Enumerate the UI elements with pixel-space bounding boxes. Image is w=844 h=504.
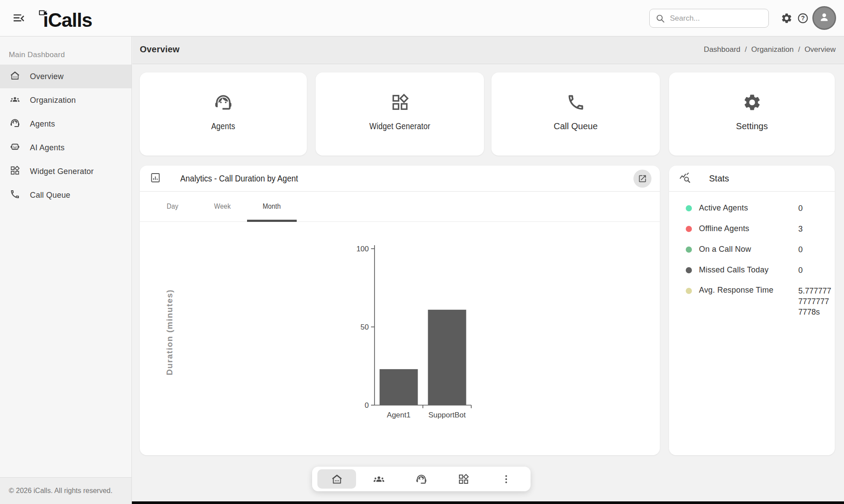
gear-icon bbox=[742, 93, 762, 114]
widgets-icon bbox=[10, 165, 20, 178]
quick-card-label: Agents bbox=[211, 121, 236, 131]
headset-icon bbox=[10, 118, 20, 130]
sidebar-item-agents[interactable]: Agents bbox=[0, 112, 131, 136]
quick-card-label: Widget Generator bbox=[369, 121, 430, 131]
status-dot bbox=[686, 247, 692, 253]
breadcrumb-separator: / bbox=[745, 45, 747, 54]
stat-value: 3 bbox=[798, 224, 832, 234]
widgets-icon bbox=[390, 93, 410, 114]
status-dot bbox=[686, 267, 692, 273]
analytics-panel: Analytics - Call Duration by Agent Day W… bbox=[140, 166, 660, 455]
groups-icon bbox=[10, 94, 20, 106]
quick-card-label: Call Queue bbox=[553, 121, 597, 131]
app-logo-text: iCalls bbox=[43, 9, 92, 31]
headset-icon bbox=[214, 93, 233, 114]
breadcrumb: Dashboard/Organization/Overview bbox=[704, 45, 836, 54]
person-icon bbox=[818, 11, 831, 25]
breadcrumb-organization[interactable]: Organization bbox=[751, 45, 793, 54]
search-box bbox=[649, 9, 769, 28]
robot-icon bbox=[10, 141, 20, 154]
quick-card-settings[interactable]: Settings bbox=[669, 73, 835, 156]
stat-label: Active Agents bbox=[699, 203, 748, 213]
stats-list: Active Agents Offline Agents On a Call N… bbox=[669, 192, 835, 323]
app-screen: iCalls Main Dashboard Overview Organizat… bbox=[0, 0, 844, 504]
stats-title: Stats bbox=[709, 174, 729, 184]
analytics-tabs: Day Week Month bbox=[140, 192, 660, 222]
duration-bar-chart: 050100Agent1SupportBotDuration (minutes) bbox=[140, 222, 660, 455]
page-title: Overview bbox=[140, 44, 180, 54]
search-input[interactable] bbox=[670, 9, 764, 27]
sidebar-item-label: Organization bbox=[30, 96, 76, 105]
help-icon[interactable] bbox=[797, 12, 809, 25]
bottom-edge-bar bbox=[132, 501, 844, 504]
dock-widgets-icon[interactable] bbox=[444, 469, 483, 489]
sidebar-item-widget-generator[interactable]: Widget Generator bbox=[0, 160, 131, 183]
stat-label: Offline Agents bbox=[699, 224, 749, 233]
menu-open-icon[interactable] bbox=[11, 11, 26, 25]
stat-value: 0 bbox=[798, 244, 832, 255]
user-avatar[interactable] bbox=[812, 6, 836, 30]
tab-month[interactable]: Month bbox=[247, 192, 297, 221]
svg-text:Duration (minutes): Duration (minutes) bbox=[165, 289, 174, 375]
sidebar-item-overview[interactable]: Overview bbox=[0, 65, 131, 88]
quick-card-widget-generator[interactable]: Widget Generator bbox=[316, 73, 484, 156]
copyright-text: © 2026 iCalls. All rights reserved. bbox=[9, 487, 113, 495]
sidebar-item-label: Widget Generator bbox=[30, 167, 94, 176]
breadcrumb-overview[interactable]: Overview bbox=[804, 45, 836, 54]
home-icon bbox=[10, 70, 20, 83]
sidebar-nav: Overview Organization Agents AI Agents W… bbox=[0, 65, 131, 207]
phone-icon bbox=[10, 189, 20, 201]
top-bar: iCalls bbox=[0, 0, 844, 36]
status-dot bbox=[686, 205, 692, 211]
query-stats-icon bbox=[679, 171, 691, 186]
stat-label: Missed Calls Today bbox=[699, 265, 768, 275]
tab-week[interactable]: Week bbox=[197, 192, 247, 221]
sidebar-item-call-queue[interactable]: Call Queue bbox=[0, 183, 131, 207]
stats-header: Stats bbox=[669, 166, 835, 192]
stats-panel: Stats Active Agents Offline Agents On a … bbox=[669, 166, 835, 455]
stat-value: 0 bbox=[798, 203, 832, 214]
quick-card-agents[interactable]: Agents bbox=[140, 73, 307, 156]
analytics-header: Analytics - Call Duration by Agent bbox=[140, 166, 660, 192]
dock-home-icon[interactable] bbox=[317, 469, 356, 489]
sidebar-item-label: AI Agents bbox=[30, 143, 65, 152]
sidebar-item-organization[interactable]: Organization bbox=[0, 88, 131, 112]
sidebar-section-label: Main Dashboard bbox=[9, 51, 65, 59]
svg-text:Agent1: Agent1 bbox=[387, 411, 411, 419]
dock-headset-icon[interactable] bbox=[402, 469, 441, 489]
content-header: Overview Dashboard/Organization/Overview bbox=[132, 36, 844, 64]
sidebar-item-label: Call Queue bbox=[30, 191, 70, 200]
svg-text:SupportBot: SupportBot bbox=[428, 411, 466, 419]
bar-chart-svg: 050100Agent1SupportBotDuration (minutes) bbox=[140, 222, 660, 455]
tab-day[interactable]: Day bbox=[148, 192, 197, 221]
stat-value: 0 bbox=[798, 265, 832, 276]
sidebar-item-label: Agents bbox=[30, 120, 55, 129]
sidebar-item-label: Overview bbox=[30, 72, 64, 81]
status-dot bbox=[686, 288, 692, 294]
sidebar-item-ai-agents[interactable]: AI Agents bbox=[0, 136, 131, 160]
quick-card-call-queue[interactable]: Call Queue bbox=[491, 73, 660, 156]
search-icon bbox=[655, 14, 666, 25]
svg-text:0: 0 bbox=[365, 401, 369, 410]
bottom-dock bbox=[312, 467, 531, 491]
sidebar: Main Dashboard Overview Organization Age… bbox=[0, 36, 132, 504]
breadcrumb-dashboard[interactable]: Dashboard bbox=[704, 45, 740, 54]
stat-value: 5.77777777777777778s bbox=[798, 286, 832, 317]
status-dot bbox=[686, 226, 692, 232]
settings-gear-icon[interactable] bbox=[780, 12, 793, 25]
dock-groups-icon[interactable] bbox=[360, 469, 398, 489]
breadcrumb-separator: / bbox=[798, 45, 800, 54]
more-vert-icon[interactable] bbox=[487, 469, 525, 489]
bar-chart-icon bbox=[149, 172, 161, 185]
quick-card-label: Settings bbox=[736, 121, 768, 131]
open-in-new-icon[interactable] bbox=[633, 170, 651, 188]
stat-label: Avg. Response Time bbox=[699, 286, 773, 295]
stat-label: On a Call Now bbox=[699, 245, 751, 254]
copyright-footer: © 2026 iCalls. All rights reserved. bbox=[0, 477, 131, 504]
svg-text:100: 100 bbox=[357, 245, 369, 253]
svg-text:50: 50 bbox=[360, 323, 369, 331]
phone-icon bbox=[566, 93, 586, 114]
analytics-title: Analytics - Call Duration by Agent bbox=[180, 173, 298, 184]
